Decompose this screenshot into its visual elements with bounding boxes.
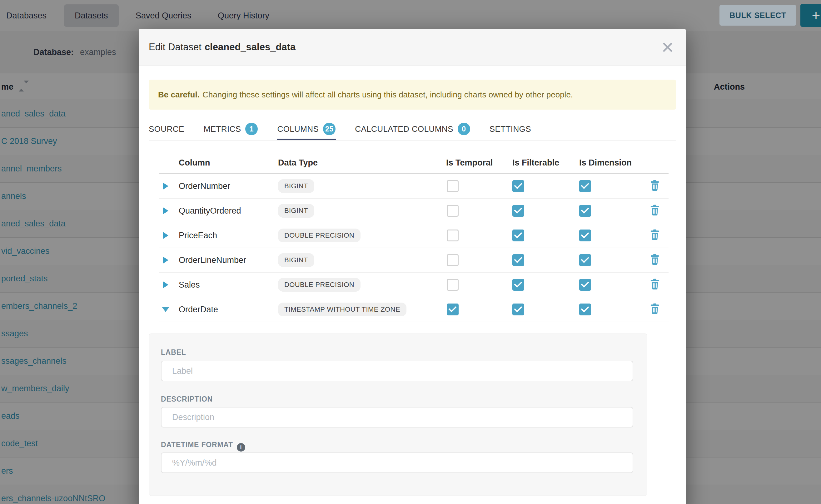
label-field-label: LABEL [161,348,186,357]
is-filterable-checkbox[interactable] [512,254,524,266]
nav-tab-datasets[interactable]: Datasets [64,4,119,27]
dataset-link[interactable]: eads [1,411,20,421]
actions-column-header: Actions [714,73,745,100]
data-type-pill: BIGINT [278,253,314,267]
is-temporal-checkbox[interactable] [447,254,459,266]
dataset-link[interactable]: embers_channels_2 [1,301,77,311]
is-temporal-checkbox[interactable] [447,180,459,192]
expand-caret-icon[interactable] [163,207,168,214]
label-input[interactable] [161,361,633,381]
expand-caret-icon[interactable] [163,281,168,288]
is-temporal-checkbox[interactable] [447,205,459,217]
nav-tab-saved-queries[interactable]: Saved Queries [136,0,191,31]
columns-table-header: ColumnData TypeIs TemporalIs FilterableI… [159,153,669,172]
dataset-link[interactable]: vid_vaccines [1,246,50,256]
plus-icon: + [812,7,820,23]
is-filterable-checkbox[interactable] [512,205,524,217]
delete-column-icon[interactable] [650,180,660,192]
is-filterable-checkbox[interactable] [512,230,524,241]
tabs-divider [149,140,676,141]
tab-count-badge: 0 [458,123,470,135]
is-dimension-checkbox[interactable] [579,279,591,291]
datetime-format-field-label: DATETIME FORMATi [161,441,245,452]
is-temporal-checkbox[interactable] [447,279,459,291]
is-dimension-checkbox[interactable] [579,205,591,217]
tab-source[interactable]: SOURCE [149,120,184,138]
nav-tab-query-history[interactable]: Query History [218,0,269,31]
top-navigation-bar: DatabasesDatasetsSaved QueriesQuery Hist… [0,0,821,31]
description-input[interactable] [161,407,633,427]
nav-tab-databases[interactable]: Databases [6,0,47,31]
column-name: QuantityOrdered [179,206,241,216]
info-icon[interactable]: i [237,443,245,452]
column-header-data-type: Data Type [278,153,318,172]
dataset-link[interactable]: ssages [1,329,28,338]
expand-caret-icon[interactable] [163,257,168,264]
dataset-link[interactable]: aned_sales_data [1,109,66,118]
add-dataset-button[interactable]: + [800,4,821,27]
is-dimension-checkbox[interactable] [579,180,591,192]
column-name: PriceEach [179,231,217,240]
is-dimension-checkbox[interactable] [579,230,591,241]
tab-columns[interactable]: COLUMNS25 [277,120,335,138]
bulk-select-button[interactable]: BULK SELECT [720,5,796,26]
data-type-pill: DOUBLE PRECISION [278,229,360,242]
delete-column-icon[interactable] [650,229,660,242]
tab-label: SOURCE [149,124,184,134]
column-header-column: Column [179,153,210,172]
column-row-orderlinenumber: OrderLineNumberBIGINT [159,248,669,273]
datetime-format-input[interactable] [161,452,633,473]
modal-header: Edit Datasetcleaned_sales_data [139,29,686,66]
expand-caret-icon[interactable] [163,232,168,239]
collapse-caret-icon[interactable] [162,307,169,312]
tab-metrics[interactable]: METRICS1 [204,120,258,138]
dataset-link[interactable]: ers [1,466,13,476]
column-row-orderdate: OrderDateTIMESTAMP WITHOUT TIME ZONE [159,297,669,322]
expand-caret-icon[interactable] [163,183,168,190]
delete-column-icon[interactable] [650,279,660,291]
is-dimension-checkbox[interactable] [579,304,591,315]
column-header-is-dimension: Is Dimension [579,153,632,172]
modal-title: Edit Datasetcleaned_sales_data [149,29,295,66]
is-temporal-checkbox[interactable] [447,304,459,315]
database-filter-value[interactable]: examples [80,31,116,73]
edit-dataset-modal: Edit Datasetcleaned_sales_data Be carefu… [139,29,686,504]
delete-column-icon[interactable] [650,254,660,266]
is-filterable-checkbox[interactable] [512,180,524,192]
data-type-pill: TIMESTAMP WITHOUT TIME ZONE [278,303,406,316]
column-name: Sales [179,280,200,290]
dataset-link[interactable]: ported_stats [1,274,48,283]
data-type-pill: DOUBLE PRECISION [278,278,360,292]
delete-column-icon[interactable] [650,205,660,217]
dataset-link[interactable]: annel_members [1,164,62,173]
tab-calculated-columns[interactable]: CALCULATED COLUMNS0 [355,120,470,138]
description-field-label: DESCRIPTION [161,395,213,403]
column-row-sales: SalesDOUBLE PRECISION [159,273,669,297]
dataset-link[interactable]: aned_sales_data [1,219,66,228]
dataset-link[interactable]: code_test [1,439,38,448]
tab-count-badge: 25 [323,123,335,135]
name-column-header[interactable]: me [1,73,13,100]
sort-icon[interactable] [19,83,29,89]
dataset-link[interactable]: ssages_channels [1,356,67,366]
dataset-link[interactable]: C 2018 Survey [1,136,57,146]
tab-label: COLUMNS [277,124,319,134]
close-icon[interactable] [662,41,674,53]
column-row-ordernumber: OrderNumberBIGINT [159,174,669,199]
is-temporal-checkbox[interactable] [447,230,459,241]
dataset-link[interactable]: annels [1,191,26,201]
is-filterable-checkbox[interactable] [512,279,524,291]
tab-settings[interactable]: SETTINGS [490,120,531,138]
column-name: OrderNumber [179,181,230,191]
column-row-priceeach: PriceEachDOUBLE PRECISION [159,223,669,248]
delete-column-icon[interactable] [650,303,660,316]
dataset-link[interactable]: ers_channels-uzooNNtSRO [1,494,105,503]
column-row-quantityordered: QuantityOrderedBIGINT [159,199,669,223]
dataset-link[interactable]: w_members_daily [1,384,69,393]
is-filterable-checkbox[interactable] [512,304,524,315]
is-dimension-checkbox[interactable] [579,254,591,266]
column-name: OrderDate [179,305,218,314]
database-filter-label: Database: [33,31,74,73]
tab-label: CALCULATED COLUMNS [355,124,453,134]
tab-label: SETTINGS [490,124,531,134]
